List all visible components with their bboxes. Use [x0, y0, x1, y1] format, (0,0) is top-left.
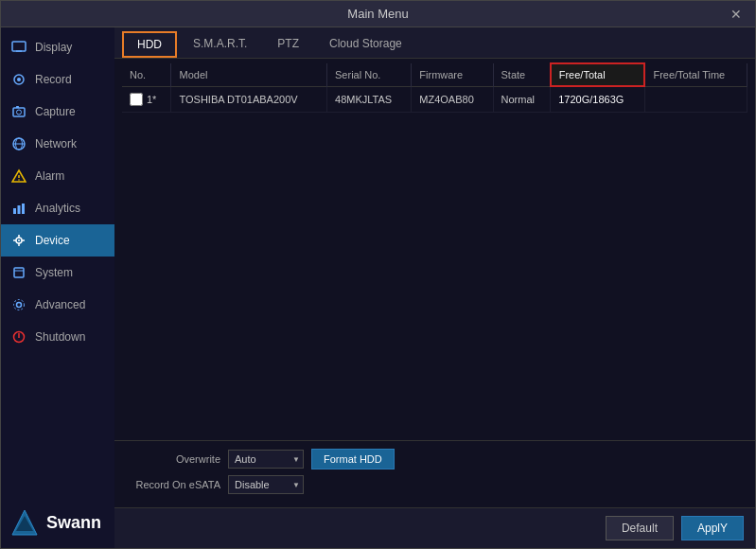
svg-rect-22	[14, 268, 24, 277]
sidebar-item-shutdown[interactable]: Shutdown	[1, 321, 114, 353]
bottom-actions: Default ApplY	[114, 507, 755, 548]
overwrite-select-wrapper: AutoManualOff	[228, 450, 304, 469]
record-esata-row: Record On eSATA DisableEnable	[126, 475, 744, 494]
sidebar-label-analytics: Analytics	[35, 202, 80, 215]
svg-rect-0	[12, 42, 26, 51]
network-icon	[10, 135, 27, 152]
overwrite-row: Overwrite AutoManualOff Format HDD	[126, 449, 744, 469]
advanced-icon	[10, 296, 27, 313]
hdd-table: No. Model Serial No. Firmware State Free…	[122, 62, 747, 113]
sidebar-item-alarm[interactable]: Alarm	[1, 160, 114, 192]
svg-rect-14	[18, 205, 21, 214]
svg-rect-6	[16, 106, 19, 108]
sidebar-item-capture[interactable]: Capture	[1, 96, 114, 128]
title-bar: Main Menu ✕	[1, 1, 755, 27]
svg-point-17	[18, 239, 20, 241]
col-free-total-time: Free/Total Time	[644, 63, 747, 86]
swann-logo: Swann	[1, 497, 114, 548]
close-button[interactable]: ✕	[725, 5, 747, 24]
sidebar-label-alarm: Alarm	[35, 169, 64, 183]
record-icon	[10, 71, 27, 88]
row-checkbox[interactable]	[130, 93, 143, 106]
overwrite-label: Overwrite	[126, 453, 220, 465]
col-free-total: Free/Total	[551, 63, 645, 86]
svg-rect-13	[13, 208, 16, 214]
record-esata-label: Record On eSATA	[126, 479, 220, 490]
main-window: Main Menu ✕ Display Record	[0, 0, 756, 549]
col-state: State	[493, 63, 551, 86]
sidebar-label-display: Display	[35, 41, 72, 54]
analytics-icon	[10, 200, 27, 217]
hdd-table-area: No. Model Serial No. Firmware State Free…	[114, 59, 755, 440]
sidebar-item-record[interactable]: Record	[1, 63, 114, 96]
sidebar-item-network[interactable]: Network	[1, 128, 114, 160]
svg-rect-15	[22, 204, 25, 214]
window-title: Main Menu	[347, 7, 408, 21]
tab-ptz[interactable]: PTZ	[263, 31, 313, 58]
cell-free-total: 1720G/1863G	[551, 86, 645, 112]
sidebar-label-record: Record	[35, 73, 72, 86]
swann-logo-icon	[10, 508, 39, 537]
cell-model: TOSHIBA DT01ABA200V	[171, 86, 327, 112]
alarm-icon	[10, 168, 27, 185]
device-icon	[10, 232, 27, 249]
cell-free-total-time	[644, 86, 747, 112]
apply-button[interactable]: ApplY	[681, 516, 744, 540]
sidebar-label-capture: Capture	[35, 105, 76, 118]
bottom-controls: Overwrite AutoManualOff Format HDD Recor…	[114, 440, 755, 507]
svg-point-3	[17, 78, 21, 81]
sidebar: Display Record Capture Network	[1, 27, 114, 548]
sidebar-item-display[interactable]: Display	[1, 31, 114, 63]
sidebar-item-analytics[interactable]: Analytics	[1, 192, 114, 224]
default-button[interactable]: Default	[606, 516, 674, 540]
col-serial: Serial No.	[327, 63, 412, 86]
esata-select[interactable]: DisableEnable	[228, 475, 304, 494]
system-icon	[10, 264, 27, 281]
tab-smart[interactable]: S.M.A.R.T.	[179, 31, 261, 58]
cell-serial: 48MKJLTAS	[327, 86, 412, 112]
sidebar-item-advanced[interactable]: Advanced	[1, 289, 114, 321]
col-firmware: Firmware	[412, 63, 493, 86]
tab-cloud[interactable]: Cloud Storage	[315, 31, 416, 58]
col-no: No.	[122, 63, 171, 86]
swann-logo-text: Swann	[46, 513, 101, 533]
display-icon	[10, 39, 27, 56]
overwrite-select[interactable]: AutoManualOff	[228, 450, 304, 469]
svg-point-12	[18, 179, 20, 181]
table-row: 1* TOSHIBA DT01ABA200V 48MKJLTAS MZ4OAB8…	[122, 86, 747, 112]
sidebar-label-device: Device	[35, 234, 70, 247]
sidebar-item-system[interactable]: System	[1, 257, 114, 289]
col-model: Model	[171, 63, 327, 86]
sidebar-item-device[interactable]: Device	[1, 224, 114, 257]
sidebar-label-shutdown: Shutdown	[35, 330, 85, 344]
format-hdd-button[interactable]: Format HDD	[311, 449, 395, 469]
main-panel: HDD S.M.A.R.T. PTZ Cloud Storage No. Mod…	[114, 27, 755, 548]
sidebar-label-advanced: Advanced	[35, 298, 85, 311]
sidebar-label-system: System	[35, 266, 73, 279]
shutdown-icon	[10, 328, 27, 345]
cell-firmware: MZ4OAB80	[412, 86, 493, 112]
svg-point-5	[17, 110, 22, 115]
cell-no: 1*	[122, 86, 171, 112]
sidebar-label-network: Network	[35, 137, 77, 151]
svg-rect-4	[13, 108, 25, 116]
content-area: Display Record Capture Network	[1, 27, 755, 548]
cell-state: Normal	[493, 86, 551, 112]
capture-icon	[10, 103, 27, 120]
tabs-bar: HDD S.M.A.R.T. PTZ Cloud Storage	[114, 27, 755, 59]
svg-point-25	[14, 300, 25, 310]
tab-hdd[interactable]: HDD	[122, 31, 177, 58]
esata-select-wrapper: DisableEnable	[228, 475, 304, 494]
svg-point-24	[17, 303, 22, 308]
